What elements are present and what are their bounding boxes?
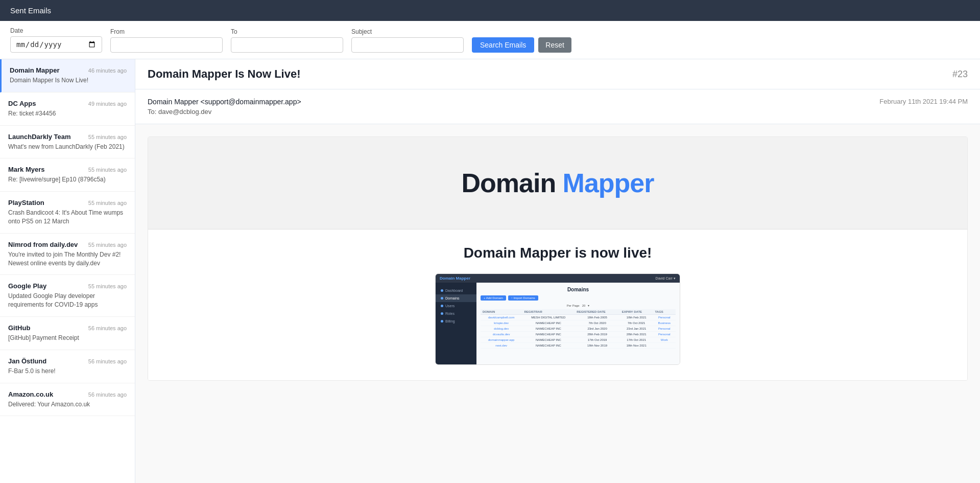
screenshot-table-cell: 18th Feb 2005 (575, 315, 620, 320)
email-body: Domain Mapper Domain Mapper is now live!… (135, 124, 980, 483)
to-label: To (231, 28, 343, 35)
email-time: 55 minutes ago (88, 283, 127, 289)
screenshot-table-cell: krispie.dev (481, 320, 522, 326)
email-list-item[interactable]: PlayStation 55 minutes ago Crash Bandico… (0, 192, 135, 234)
screenshot-table-cell: Business (653, 320, 676, 326)
date-label: Date (10, 27, 102, 34)
email-subject-preview: You're invited to join The Monthly Dev #… (8, 250, 127, 268)
domain-link: dcblog.dev (494, 327, 509, 330)
email-from-info: Domain Mapper <support@domainmapper.app>… (148, 98, 301, 116)
email-time: 46 minutes ago (88, 67, 127, 74)
tag-label: Personal (658, 327, 671, 330)
domain-link: davidcampbell.com (488, 316, 514, 319)
email-list: Domain Mapper 46 minutes ago Domain Mapp… (0, 59, 135, 483)
email-subject-preview: F-Bar 5.0 is here! (8, 367, 127, 376)
email-list-item[interactable]: Jan Östlund 56 minutes ago F-Bar 5.0 is … (0, 350, 135, 383)
screenshot-logo: Domain Mapper (440, 276, 470, 281)
email-list-item[interactable]: Amazon.co.uk 56 minutes ago Delivered: Y… (0, 383, 135, 417)
email-list-item[interactable]: DC Apps 49 minutes ago Re: ticket #34456 (0, 93, 135, 126)
email-sender: Jan Östlund (8, 357, 46, 365)
domain-link: next.dev (495, 344, 507, 347)
tag-label: Personal (658, 333, 671, 336)
screenshot-add-btn: + Add Domain (481, 295, 506, 301)
to-input[interactable] (231, 37, 343, 53)
email-time: 49 minutes ago (88, 101, 127, 107)
search-emails-button[interactable]: Search Emails (472, 37, 534, 53)
email-subject-preview: Crash Bandicoot 4: It's About Time wumps… (8, 209, 127, 226)
sidebar-dot (441, 320, 443, 323)
email-title-bar: Domain Mapper Is Now Live! #23 (135, 59, 980, 89)
screenshot-table-row: krispie.devNAMECHEAP INC7th Oct 20207th … (481, 320, 676, 326)
email-subject-preview: Delivered: Your Amazon.co.uk (8, 400, 127, 409)
email-title: Domain Mapper Is Now Live! (148, 67, 301, 81)
from-filter-group: From (110, 28, 223, 53)
logo-mapper-word: Mapper (563, 168, 654, 198)
filter-bar: Date From To Subject Search Emails Reset (0, 21, 980, 59)
email-time: 55 minutes ago (88, 200, 127, 206)
screenshot-table-cell: NAMECHEAP INC (522, 326, 575, 332)
screenshot-table-cell: 17th Oct 2019 (575, 337, 620, 343)
logo-text: Domain Mapper (169, 168, 947, 198)
screenshot-table-cell: Personal (653, 315, 676, 320)
email-subject-preview: What's new from LaunchDarkly (Feb 2021) (8, 143, 127, 151)
domain-link: krispie.dev (494, 321, 509, 325)
from-input[interactable] (110, 37, 223, 53)
tag-label: Work (661, 338, 668, 341)
screenshot-table-cell: 18th Feb 2021 (620, 315, 653, 320)
app-header: Sent Emails (0, 0, 980, 21)
email-sender: Google Play (8, 282, 46, 290)
email-time: 56 minutes ago (88, 325, 127, 331)
col-registrar: REGISTRAR (522, 309, 575, 315)
email-subject-preview: Re: ticket #34456 (8, 109, 127, 118)
screenshot-table-cell: 7th Oct 2021 (620, 320, 653, 326)
screenshot-sidebar-item: Roles (436, 310, 476, 317)
screenshot-table-row: davidcampbell.comMESH DIGITAL LIMITED18t… (481, 315, 676, 320)
email-subject-preview: Re: [livewire/surge] Ep10 (8796c5a) (8, 175, 127, 184)
filter-buttons: Search Emails Reset (472, 37, 571, 53)
screenshot-table-cell: 23rd Jan 2020 (575, 326, 620, 332)
screenshot-table-cell: next.dev (481, 343, 522, 349)
logo-section: Domain Mapper (148, 137, 967, 229)
email-list-item[interactable]: Google Play 55 minutes ago Updated Googl… (0, 275, 135, 317)
email-time: 56 minutes ago (88, 358, 127, 364)
screenshot-sidebar-item: Dashboard (436, 287, 476, 294)
date-input[interactable] (10, 36, 102, 53)
email-sender: Amazon.co.uk (8, 390, 53, 398)
from-value: Domain Mapper <support@domainmapper.app> (148, 98, 301, 106)
screenshot-table-cell: domainmapper.app (481, 337, 522, 343)
screenshot-sidebar-item: Domains (436, 294, 476, 302)
email-time: 55 minutes ago (88, 242, 127, 248)
sidebar-dot (441, 305, 443, 307)
email-list-item[interactable]: GitHub 56 minutes ago [GitHub] Payment R… (0, 317, 135, 350)
subject-input[interactable] (351, 37, 464, 53)
screenshot-table-cell: NAMECHEAP INC (522, 320, 575, 326)
email-list-item[interactable]: Mark Myers 55 minutes ago Re: [livewire/… (0, 158, 135, 192)
screenshot-header: Domain Mapper David Carr ▾ (436, 274, 680, 283)
col-domain: DOMAIN (481, 309, 522, 315)
screenshot-table-cell: dcblog.dev (481, 326, 522, 332)
screenshot-table-cell: NAMECHEAP INC (522, 337, 575, 343)
screenshot-table-cell: 28th Feb 2021 (620, 332, 653, 337)
email-sender: Domain Mapper (10, 66, 60, 74)
header-title: Sent Emails (10, 6, 51, 15)
email-subject-preview: Updated Google Play developer requiremen… (8, 292, 127, 309)
email-list-item[interactable]: Domain Mapper 46 minutes ago Domain Mapp… (0, 59, 135, 93)
screenshot-table: DOMAIN REGISTRAR REGISTERED DATE EXPIRY … (481, 309, 676, 349)
sidebar-dot (441, 297, 443, 300)
screenshot-table-cell: 28th Feb 2019 (575, 332, 620, 337)
email-content: Domain Mapper Is Now Live! #23 Domain Ma… (135, 59, 980, 483)
email-list-item[interactable]: LaunchDarkly Team 55 minutes ago What's … (0, 126, 135, 159)
reset-button[interactable]: Reset (538, 37, 571, 53)
screenshot-table-cell (653, 343, 676, 349)
email-list-item[interactable]: Nimrod from daily.dev 55 minutes ago You… (0, 234, 135, 275)
date-filter-group: Date (10, 27, 102, 53)
live-section: Domain Mapper is now live! Domain Mapper… (148, 229, 967, 380)
sidebar-dot (441, 312, 443, 315)
to-value: dave@dcblog.dev (158, 108, 211, 116)
email-sender: DC Apps (8, 100, 36, 107)
email-body-inner: Domain Mapper Domain Mapper is now live!… (148, 136, 968, 381)
screenshot-table-row: domainmapper.appNAMECHEAP INC17th Oct 20… (481, 337, 676, 343)
email-time: 55 minutes ago (88, 167, 127, 173)
col-exp-date: EXPIRY DATE (620, 309, 653, 315)
col-tags: TAGS (653, 309, 676, 315)
